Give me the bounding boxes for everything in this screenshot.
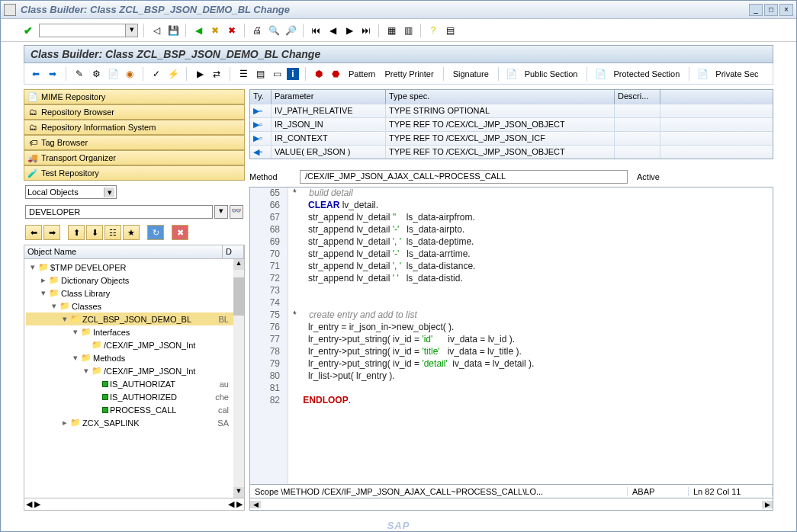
method-name-field[interactable]: /CEX/IF_JMP_JSON_AJAX_CALL~PROCESS_CALL — [300, 170, 628, 184]
close-button[interactable]: × — [779, 4, 793, 16]
dropdown-button[interactable]: ▾ — [214, 205, 228, 219]
tree-row[interactable]: ▾📁 ZCL_BSP_JSON_DEMO_BLBL — [26, 312, 243, 325]
tree-row[interactable]: ▾📁 Interfaces — [26, 325, 243, 338]
back-arrow-icon[interactable]: ⬅ — [29, 67, 43, 81]
new-session-icon[interactable]: ▦ — [384, 24, 398, 37]
command-field[interactable]: ▾ — [39, 24, 138, 37]
tree-row[interactable]: ▾📁 $TMP DEVELOPER — [26, 261, 243, 274]
tree-label: IS_AUTHORIZED — [110, 393, 177, 402]
info-icon[interactable]: i — [287, 68, 299, 80]
nav-item-label: MIME Repository — [41, 92, 105, 101]
param-row[interactable]: ▶▫IR_CONTEXTTYPE REF TO /CEX/CL_JMP_JSON… — [250, 131, 773, 145]
nav-toolbar: ⬅ ➡ ⬆ ⬇ ☷ ★ ↻ ✖ — [24, 222, 245, 243]
glasses-icon[interactable]: 👓 — [230, 205, 243, 219]
active-inactive-icon[interactable]: ⚙ — [89, 67, 103, 81]
toggle-icon[interactable]: ✎ — [72, 67, 86, 81]
private-section-button[interactable]: Private Sec — [712, 69, 761, 79]
display-list-icon[interactable]: ☰ — [236, 67, 250, 81]
code-editor[interactable]: 656667686970717273747576777879808182 * b… — [249, 187, 773, 485]
save-icon[interactable]: 💾 — [166, 24, 180, 37]
other-object-icon[interactable]: 📄 — [106, 67, 120, 81]
layout-icon[interactable]: ▥ — [401, 24, 415, 37]
tree-label: /CEX/IF_JMP_JSON_Int — [104, 367, 195, 376]
back-nav-icon[interactable]: ◀ — [191, 24, 205, 37]
tree-row[interactable]: ▾📁 Class Library — [26, 287, 243, 300]
param-head-descr: Descri... — [615, 90, 660, 104]
enhance-icon[interactable]: ◉ — [123, 67, 137, 81]
tree-row[interactable]: 📁 /CEX/IF_JMP_JSON_Int — [26, 338, 243, 351]
nav-item-icon: 📄 — [27, 91, 38, 102]
parameter-table: Ty. Parameter Type spec. Descri... ▶▫IV_… — [249, 89, 773, 159]
nav-close-icon[interactable]: ✖ — [172, 225, 188, 240]
param-row[interactable]: ◀▫VALUE( ER_JSON )TYPE REF TO /CEX/CL_JM… — [250, 145, 773, 159]
pattern-button[interactable]: Pattern — [345, 69, 378, 79]
tree-row[interactable]: ▸📁 ZCX_SAPLINKSA — [26, 416, 243, 429]
check-icon[interactable]: ✔ — [24, 24, 36, 37]
last-page-icon[interactable]: ⏭ — [359, 24, 373, 37]
nav-up-icon[interactable]: ⬆ — [68, 225, 85, 240]
nav-refresh-icon[interactable]: ↻ — [147, 225, 164, 240]
left-panel: 📄MIME Repository🗂Repository Browser🗂Repo… — [24, 89, 245, 511]
nav-tree-icon[interactable]: ☷ — [104, 225, 121, 240]
next-page-icon[interactable]: ▶ — [342, 24, 356, 37]
signature-button[interactable]: Signature — [450, 69, 492, 79]
maximize-button[interactable]: □ — [764, 4, 778, 16]
customize-icon[interactable]: ▤ — [443, 24, 457, 37]
tree-row[interactable]: IS_AUTHORIZEDche — [26, 390, 243, 403]
forward-arrow-icon[interactable]: ➡ — [46, 67, 59, 81]
tree-hscrollbar[interactable]: ◀ ▶◀ ▶ — [24, 498, 244, 510]
nav-item-0[interactable]: 📄MIME Repository — [24, 89, 245, 104]
nav-item-3[interactable]: 🏷Tag Browser — [24, 135, 245, 150]
nav-back-icon[interactable]: ⬅ — [25, 225, 42, 240]
status-pos: Ln 82 Col 11 — [689, 487, 773, 496]
param-row[interactable]: ▶▫IR_JSON_INTYPE REF TO /CEX/CL_JMP_JSON… — [250, 117, 773, 131]
nav-favorite-icon[interactable]: ★ — [123, 225, 140, 240]
display-nav-icon[interactable]: ▤ — [253, 67, 267, 81]
tree-row[interactable]: ▸📁 Dictionary Objects — [26, 274, 243, 287]
activate-icon[interactable]: ⚡ — [166, 67, 180, 81]
editor-hscrollbar[interactable]: ◀▶ — [249, 498, 773, 511]
breakpoint-icon[interactable]: ⬢ — [312, 67, 326, 81]
tree-row[interactable]: ▾📁 /CEX/IF_JMP_JSON_Int — [26, 364, 243, 377]
method-label: Method — [249, 172, 295, 181]
tree-row[interactable]: ▾📁 Classes — [26, 300, 243, 312]
exit-icon[interactable]: ✖ — [208, 24, 222, 37]
test-icon[interactable]: ▶ — [193, 67, 207, 81]
tree-label: ZCL_BSP_JSON_DEMO_BL — [82, 315, 191, 324]
object-user-input[interactable]: DEVELOPER — [25, 205, 213, 219]
nav-item-1[interactable]: 🗂Repository Browser — [24, 104, 245, 120]
nav-item-2[interactable]: 🗂Repository Information System — [24, 120, 245, 135]
nav-forward-icon[interactable]: ➡ — [43, 225, 60, 240]
public-section-button[interactable]: Public Section — [522, 69, 581, 79]
find-icon[interactable]: 🔍 — [267, 24, 281, 37]
check-icon2[interactable]: ✓ — [149, 67, 163, 81]
prev-page-icon[interactable]: ◀ — [326, 24, 339, 37]
print-icon[interactable]: 🖨 — [250, 24, 264, 37]
titlebar: Class Builder: Class ZCL_BSP_JSON_DEMO_B… — [1, 1, 796, 19]
object-category-select[interactable]: Local Objects ▾ — [25, 185, 117, 199]
protected-section-button[interactable]: Protected Section — [610, 69, 683, 79]
nav-down-icon[interactable]: ⬇ — [86, 225, 103, 240]
fullscreen-icon[interactable]: ▭ — [270, 67, 284, 81]
tree-vscrollbar[interactable]: ▲▼ — [233, 259, 244, 498]
find-next-icon[interactable]: 🔎 — [284, 24, 297, 37]
nav-item-4[interactable]: 🚚Transport Organizer — [24, 150, 245, 165]
folder-icon: 📁 — [92, 366, 102, 376]
tree-row[interactable]: PROCESS_CALLcal — [26, 403, 243, 416]
back-icon[interactable]: ◁ — [149, 24, 163, 37]
tree-row[interactable]: ▾📁 Methods — [26, 351, 243, 364]
breakpoint2-icon[interactable]: ⬣ — [329, 67, 342, 81]
param-row[interactable]: ▶▫IV_PATH_RELATIVETYPE STRING OPTIONAL — [250, 104, 773, 117]
minimize-button[interactable]: _ — [749, 4, 763, 16]
tree-label: Class Library — [61, 289, 110, 298]
tree-label: Dictionary Objects — [61, 276, 129, 285]
nav-item-icon: 🗂 — [27, 122, 38, 133]
tree-row[interactable]: IS_AUTHORIZATau — [26, 377, 243, 390]
nav-item-5[interactable]: 🧪Test Repository — [24, 165, 245, 181]
cancel-icon[interactable]: ✖ — [225, 24, 239, 37]
where-used-icon[interactable]: ⇄ — [210, 67, 223, 81]
first-page-icon[interactable]: ⏮ — [309, 24, 323, 37]
help-icon[interactable]: ? — [426, 24, 440, 37]
method-status: Active — [632, 172, 664, 181]
pretty-printer-button[interactable]: Pretty Printer — [381, 69, 436, 79]
